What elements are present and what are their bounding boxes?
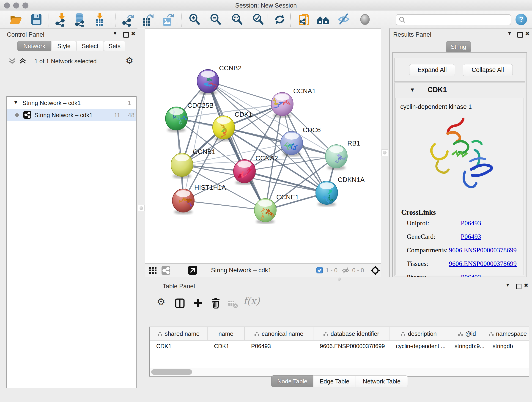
column-header-shared-name[interactable]: shared name bbox=[150, 327, 208, 340]
table-panel-close-icon[interactable]: ✖ bbox=[524, 282, 528, 288]
zoom-fit-button[interactable] bbox=[230, 12, 244, 27]
tab-select[interactable]: Select bbox=[76, 41, 104, 51]
grid-view-icon[interactable] bbox=[149, 266, 157, 275]
control-panel-float-icon[interactable] bbox=[123, 32, 129, 38]
export-image-button[interactable] bbox=[160, 12, 175, 27]
collapse-all-networks-icon[interactable] bbox=[19, 57, 27, 65]
crosslinks-heading: CrossLinks bbox=[401, 208, 436, 217]
table-horizontal-scrollbar[interactable] bbox=[150, 368, 529, 376]
edge-CCNE1-HIST1H1A[interactable] bbox=[183, 201, 265, 210]
import-network-from-file-button[interactable] bbox=[54, 12, 68, 27]
zoom-selected-button[interactable] bbox=[251, 12, 265, 27]
node-CCNB1[interactable] bbox=[171, 153, 193, 179]
right-splitter-handle[interactable] bbox=[381, 149, 388, 156]
right-splitter[interactable] bbox=[381, 28, 390, 281]
save-session-button[interactable] bbox=[29, 12, 44, 27]
crosslink-value-link[interactable]: 9606.ENSP00000378699 bbox=[449, 260, 517, 268]
selected-checkbox-icon[interactable] bbox=[317, 267, 323, 274]
hidden-eye-slash-icon bbox=[342, 267, 350, 275]
column-header-name[interactable]: name bbox=[208, 327, 245, 340]
show-columns-icon[interactable] bbox=[175, 298, 185, 309]
table-cell[interactable]: stringdb bbox=[486, 340, 529, 352]
apply-layout-button[interactable] bbox=[273, 12, 287, 27]
gene-expander-icon[interactable]: ▼ bbox=[410, 87, 415, 93]
horizontal-splitter[interactable] bbox=[145, 277, 532, 281]
column-header-namespace[interactable]: namespace bbox=[486, 327, 529, 340]
tab-sets[interactable]: Sets bbox=[104, 41, 125, 51]
export-network-button[interactable] bbox=[121, 12, 135, 27]
edge-CCNB2-HIST1H1A[interactable] bbox=[183, 81, 208, 201]
results-panel: Results Panel ▾ ✖ String Expand All Coll… bbox=[390, 28, 532, 281]
network-options-gear-icon[interactable]: ⚙ bbox=[126, 56, 133, 65]
network-share-view-icon[interactable] bbox=[162, 266, 170, 275]
open-session-button[interactable] bbox=[9, 12, 23, 27]
zoom-out-button[interactable] bbox=[209, 12, 223, 27]
table-cell[interactable]: P06493 bbox=[245, 340, 313, 352]
results-panel-float-icon[interactable] bbox=[517, 32, 523, 38]
window-title: Session: New Session bbox=[0, 2, 532, 9]
node-RB1[interactable] bbox=[325, 145, 347, 170]
string-home-button[interactable] bbox=[316, 12, 330, 27]
crosslink-label: Compartments: bbox=[407, 246, 449, 254]
collection-expander-icon[interactable]: ▼ bbox=[13, 99, 18, 105]
create-column-plus-icon[interactable] bbox=[193, 298, 203, 309]
tab-network-table[interactable]: Network Table bbox=[355, 375, 408, 387]
search-input[interactable] bbox=[396, 14, 511, 25]
zoom-in-button[interactable] bbox=[187, 12, 202, 27]
delete-table-icon bbox=[228, 300, 238, 309]
results-panel-close-icon[interactable]: ✖ bbox=[525, 31, 530, 37]
node-CDKN1A[interactable] bbox=[316, 181, 338, 207]
column-header-canonical-name[interactable]: canonical name bbox=[245, 327, 313, 340]
control-panel-collapse-icon[interactable]: ▾ bbox=[114, 30, 116, 36]
network-collection-row[interactable]: ▼ String Network – cdk1 1 bbox=[7, 98, 136, 109]
fit-selected-crosshair-icon[interactable] bbox=[370, 266, 380, 276]
table-cell[interactable]: cyclin-dependent ... bbox=[389, 340, 448, 352]
birdseye-view-icon[interactable] bbox=[188, 266, 197, 275]
delete-column-trash-icon[interactable] bbox=[211, 298, 221, 309]
crosslink-value-link[interactable]: P06493 bbox=[461, 233, 481, 240]
column-header--id[interactable]: @id bbox=[448, 327, 486, 340]
tab-edge-table[interactable]: Edge Table bbox=[313, 375, 356, 387]
column-header-description[interactable]: description bbox=[389, 327, 448, 340]
hide-unhide-button[interactable] bbox=[337, 12, 351, 27]
tab-style[interactable]: Style bbox=[51, 41, 76, 51]
tab-string[interactable]: String bbox=[446, 41, 471, 52]
collapse-all-button[interactable]: Collapse All bbox=[463, 64, 513, 76]
table-panel-collapse-icon[interactable]: ▾ bbox=[506, 282, 509, 288]
expand-all-networks-icon[interactable] bbox=[8, 57, 16, 65]
string-document-button[interactable] bbox=[298, 12, 312, 27]
table-cell[interactable]: 9606.ENSP00000378699 bbox=[313, 340, 389, 352]
expand-all-button[interactable]: Expand All bbox=[409, 64, 455, 76]
network-row-selected[interactable]: String Network – cdk1 11 48 bbox=[7, 109, 136, 121]
column-header-label: description bbox=[408, 330, 437, 337]
table-options-gear-icon[interactable]: ⚙ bbox=[157, 296, 165, 307]
results-panel-collapse-icon[interactable]: ▾ bbox=[508, 30, 511, 36]
tab-node-table[interactable]: Node Table bbox=[271, 375, 313, 387]
edge-CCNB2-CCNA1[interactable] bbox=[208, 81, 282, 104]
table-panel-float-icon[interactable] bbox=[516, 284, 521, 289]
protein-structure-image bbox=[425, 114, 501, 206]
scrollbar-thumb[interactable] bbox=[151, 369, 192, 375]
crosslink-value-link[interactable]: P06493 bbox=[461, 219, 481, 227]
network-view-canvas[interactable]: CCNB2CCNA1CDC25BCDK1CDC6RB1CCNB1CCNA2CDK… bbox=[145, 28, 381, 264]
show-glass-ball-button[interactable] bbox=[358, 12, 372, 27]
toolbar-separator bbox=[49, 12, 49, 27]
node-CCNA1[interactable] bbox=[271, 92, 293, 118]
help-button[interactable]: ? bbox=[515, 14, 527, 25]
control-panel-close-icon[interactable]: ✖ bbox=[131, 31, 136, 37]
column-header-database-identifier[interactable]: database identifier bbox=[313, 327, 389, 340]
tab-network[interactable]: Network bbox=[17, 41, 51, 51]
table-cell[interactable]: CDK1 bbox=[208, 340, 245, 352]
left-splitter[interactable] bbox=[138, 28, 145, 388]
crosslink-value-link[interactable]: 9606.ENSP00000378699 bbox=[449, 246, 517, 254]
import-table-button[interactable] bbox=[93, 12, 107, 27]
export-table-button[interactable] bbox=[140, 12, 154, 27]
table-cell[interactable]: CDK1 bbox=[150, 340, 208, 352]
gene-header[interactable]: ▼ CDK1 bbox=[394, 83, 525, 98]
node-CCNE1[interactable] bbox=[254, 198, 276, 224]
left-splitter-handle[interactable] bbox=[138, 205, 145, 211]
import-network-from-database-button[interactable] bbox=[72, 12, 87, 27]
node-CDC25B[interactable] bbox=[165, 107, 189, 132]
horizontal-splitter-handle[interactable] bbox=[338, 278, 341, 281]
table-cell[interactable]: stringdb:9... bbox=[448, 340, 486, 352]
